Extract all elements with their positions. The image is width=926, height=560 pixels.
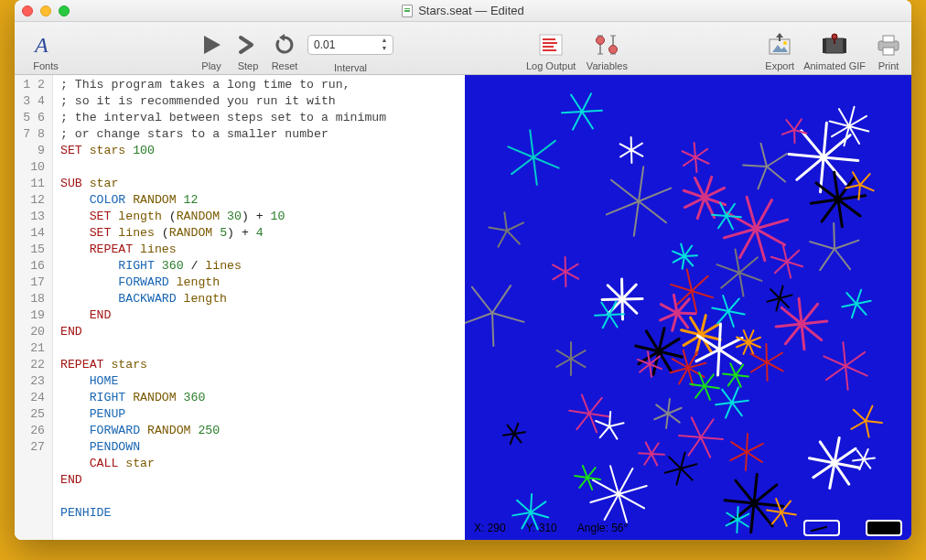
- code-area[interactable]: ; This program takes a long time to run,…: [53, 75, 393, 540]
- toolbar: A Fonts Play Step Reset 0.01: [15, 22, 911, 75]
- svg-rect-3: [540, 35, 562, 55]
- fonts-button[interactable]: A Fonts: [20, 24, 71, 73]
- svg-line-58: [531, 494, 532, 512]
- step-icon: [237, 31, 259, 59]
- svg-line-164: [719, 324, 720, 350]
- print-icon: [876, 31, 901, 59]
- variables-icon: [593, 31, 620, 59]
- svg-point-11: [609, 45, 618, 53]
- reset-button[interactable]: Reset: [267, 24, 302, 73]
- svg-line-35: [562, 112, 582, 113]
- svg-rect-26: [883, 36, 894, 42]
- svg-line-256: [747, 434, 748, 452]
- export-icon: [767, 31, 792, 59]
- svg-line-152: [677, 313, 695, 314]
- print-button[interactable]: Print: [871, 24, 906, 73]
- svg-line-288: [639, 453, 651, 454]
- export-button[interactable]: Export: [761, 24, 798, 73]
- zoom-button[interactable]: [59, 5, 70, 16]
- line-gutter: 1 2 3 4 5 6 7 8 9 10 11 12 13 14 15 16 1…: [15, 75, 53, 540]
- svg-line-330: [834, 223, 834, 249]
- svg-line-187: [723, 374, 736, 375]
- status-angle: Angle: 56°: [577, 522, 629, 534]
- svg-marker-1: [204, 36, 221, 54]
- reset-icon: [273, 31, 296, 59]
- svg-text:A: A: [33, 33, 48, 57]
- svg-marker-2: [279, 34, 285, 41]
- pen-outline-swatch[interactable]: [803, 520, 840, 536]
- status-y: Y: 310: [526, 522, 557, 534]
- window-title: Stars.seat — Edited: [15, 4, 911, 17]
- interval-value: 0.01: [314, 38, 335, 51]
- svg-marker-19: [776, 33, 783, 38]
- svg-line-370: [694, 143, 695, 157]
- animated-gif-button[interactable]: Animated GIF: [800, 24, 869, 73]
- svg-line-373: [695, 157, 696, 172]
- svg-line-116: [595, 315, 609, 316]
- fonts-icon: A: [33, 31, 59, 59]
- titlebar[interactable]: Stars.seat — Edited: [15, 0, 911, 22]
- svg-line-259: [746, 452, 747, 470]
- svg-line-397: [712, 215, 727, 216]
- svg-line-389: [767, 362, 768, 381]
- svg-line-41: [492, 313, 493, 346]
- step-button[interactable]: Step: [231, 24, 265, 73]
- pen-fill-swatch[interactable]: [866, 520, 902, 536]
- code-editor[interactable]: 1 2 3 4 5 6 7 8 9 10 11 12 13 14 15 16 1…: [15, 75, 465, 540]
- status-x: X: 290: [474, 522, 506, 534]
- svg-rect-21: [823, 38, 826, 53]
- animated-gif-icon: [821, 31, 848, 59]
- chevron-down-icon[interactable]: ▼: [378, 45, 391, 53]
- interval-label: Interval: [334, 62, 367, 73]
- svg-line-86: [609, 412, 610, 426]
- svg-rect-27: [883, 48, 894, 55]
- svg-line-392: [766, 344, 767, 362]
- document-icon: [402, 5, 413, 17]
- play-icon: [199, 31, 223, 59]
- svg-line-365: [794, 130, 795, 143]
- svg-line-394: [727, 216, 741, 217]
- interval-field: 0.01 ▲ ▼ Interval: [307, 24, 393, 73]
- log-output-icon: [537, 31, 565, 59]
- svg-line-139: [684, 255, 697, 256]
- content-area: 1 2 3 4 5 6 7 8 9 10 11 12 13 14 15 16 1…: [15, 75, 911, 540]
- svg-line-38: [582, 111, 602, 112]
- svg-line-119: [609, 314, 624, 315]
- svg-point-10: [597, 36, 605, 44]
- svg-line-167: [718, 350, 719, 375]
- turtle-canvas: [465, 75, 911, 540]
- chevron-up-icon[interactable]: ▲: [378, 37, 391, 45]
- status-bar: X: 290 Y: 310 Angle: 56°: [465, 516, 911, 540]
- svg-point-23: [832, 34, 837, 39]
- svg-line-184: [736, 375, 748, 376]
- title-text: Stars.seat — Edited: [418, 4, 524, 17]
- app-window: Stars.seat — Edited A Fonts Play Step: [15, 0, 911, 540]
- interval-input[interactable]: 0.01 ▲ ▼: [307, 35, 393, 55]
- interval-stepper[interactable]: ▲ ▼: [378, 37, 391, 53]
- svg-point-18: [783, 41, 787, 45]
- svg-rect-22: [843, 38, 846, 53]
- close-button[interactable]: [22, 5, 33, 16]
- play-button[interactable]: Play: [194, 24, 229, 73]
- canvas-pane: X: 290 Y: 310 Angle: 56°: [465, 75, 911, 540]
- minimize-button[interactable]: [40, 5, 51, 16]
- traffic-lights: [22, 5, 70, 16]
- svg-line-291: [651, 454, 664, 455]
- log-output-button[interactable]: Log Output: [522, 24, 579, 73]
- variables-button[interactable]: Variables: [581, 24, 632, 73]
